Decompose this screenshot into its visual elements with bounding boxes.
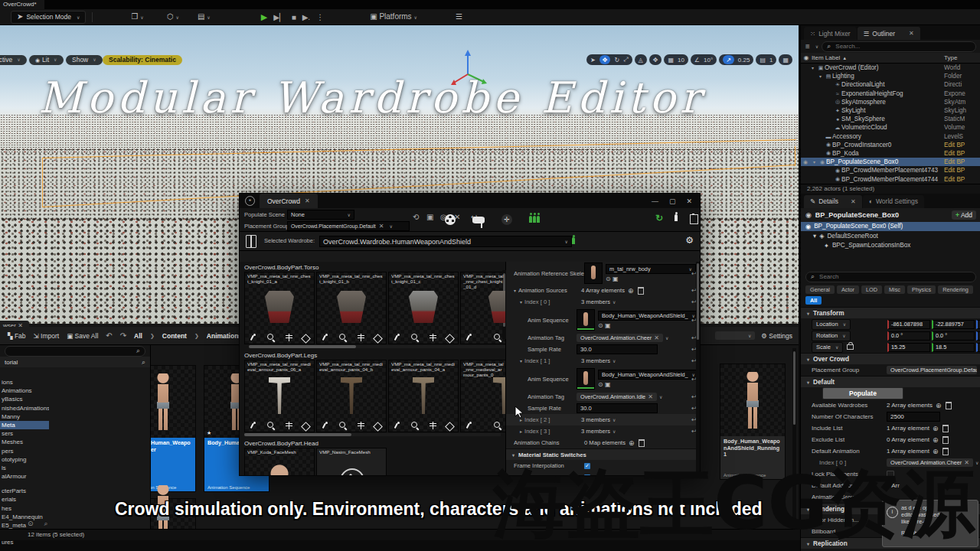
- anim-sequence-dropdown[interactable]: Body_Human_WeaponAndShield_∨: [598, 370, 699, 380]
- refresh-icon[interactable]: ⟲: [413, 213, 419, 221]
- folder-item[interactable]: pers: [0, 447, 49, 455]
- details-search-input[interactable]: [818, 272, 971, 281]
- anim-thumbnail[interactable]: [577, 368, 595, 390]
- platforms-dropdown[interactable]: ▣ Platforms∨: [370, 13, 417, 21]
- filter-icon[interactable]: ≡: [805, 42, 810, 51]
- default-animation-row[interactable]: Default Animation1 Array element⊕: [801, 445, 980, 457]
- wardrobe-card[interactable]: VMP_Nasim_FaceMesh: [316, 448, 387, 475]
- outliner-row[interactable]: ▾▣OverCrowd (Editor)World: [801, 64, 980, 72]
- visibility-column-icon[interactable]: ◉: [801, 54, 812, 61]
- preview-character-icon[interactable]: [572, 237, 576, 246]
- skeleton-icon[interactable]: [285, 422, 292, 429]
- camera-speed-icon[interactable]: ▤: [760, 57, 766, 64]
- chip-lod[interactable]: LOD: [861, 285, 882, 294]
- animation-chains-row[interactable]: Animation Chains0 Map elements⊕: [506, 437, 700, 448]
- outliner-search-input[interactable]: [834, 42, 971, 51]
- wardrobe-card[interactable]: VMP_Koda_FaceMesh: [244, 448, 315, 475]
- grid-snap-value[interactable]: 10: [678, 57, 684, 64]
- animate-icon[interactable]: [250, 422, 257, 429]
- inspect-icon[interactable]: [411, 334, 419, 341]
- level-tab[interactable]: OverCrowd*: [0, 0, 44, 9]
- skeleton-icon[interactable]: [429, 334, 436, 341]
- folder-item[interactable]: Meshes: [0, 438, 49, 446]
- select-tool-icon[interactable]: ➤: [590, 57, 596, 64]
- available-wardrobes-row[interactable]: Available Wardrobes2 Array elements⊕: [801, 399, 980, 411]
- person-icon[interactable]: [675, 214, 678, 223]
- browse-icon[interactable]: ▣: [605, 381, 611, 388]
- scale-snap-icon[interactable]: ↗: [723, 55, 734, 64]
- mask-icon[interactable]: [472, 217, 485, 223]
- inspect-icon[interactable]: [494, 334, 501, 341]
- placement-group-chip[interactable]: OverCrowd.PlacementGroup.Default✕∨: [287, 221, 410, 231]
- folder-item[interactable]: cterParts: [0, 487, 49, 495]
- trash-icon[interactable]: [638, 287, 644, 295]
- location-dropdown[interactable]: Location∨: [812, 319, 851, 330]
- rotation-dropdown[interactable]: Rotation∨: [812, 331, 851, 341]
- rotation-x[interactable]: 0.0 °: [887, 331, 930, 341]
- mesh-icon[interactable]: [373, 422, 383, 432]
- location-x[interactable]: -861.087898: [887, 320, 930, 329]
- skeleton-thumbnail[interactable]: [584, 262, 603, 284]
- settings-small-icon[interactable]: ⊙: [28, 520, 34, 528]
- animate-icon[interactable]: [322, 334, 329, 341]
- wardrobe-card[interactable]: VMP_ma_meta_tal_nrw_medieval_armour_pant…: [460, 360, 505, 432]
- add-element-icon[interactable]: ⊕: [933, 425, 939, 432]
- lit-mode-button[interactable]: ◉Lit∨: [29, 55, 64, 65]
- add-actor-icon[interactable]: ❒∨: [131, 13, 143, 21]
- component-row[interactable]: ▾◈DefaultSceneRoot: [801, 231, 980, 241]
- outliner-row[interactable]: ≈ExponentialHeightFogExpone: [801, 90, 980, 98]
- inspect-icon[interactable]: [339, 422, 347, 429]
- index-1-row[interactable]: ▾Index [ 1 ]3 members∨↩: [506, 355, 700, 367]
- wardrobe-card[interactable]: VMP_ma_meta_tal_nrw_medieval_armour_pant…: [388, 360, 459, 432]
- chip-misc[interactable]: Misc: [884, 285, 905, 294]
- num-characters-input[interactable]: 2500: [887, 412, 940, 422]
- scale-z[interactable]: 1.0: [976, 343, 980, 352]
- trash-icon[interactable]: [942, 436, 949, 444]
- search-icon[interactable]: ⌕: [44, 520, 48, 528]
- chip-general[interactable]: General: [805, 285, 835, 294]
- torso-scrollbar[interactable]: [249, 345, 505, 348]
- add-element-icon[interactable]: ⊕: [629, 439, 635, 447]
- component-row-selected[interactable]: ◉BP_PopulateScene_Box0 (Self): [801, 222, 980, 232]
- wardrobe-card[interactable]: VMP_ma_meta_tal_nrw_chest_knight_01_d: [460, 272, 505, 344]
- clipboard-icon[interactable]: [690, 214, 698, 224]
- scalability-badge[interactable]: Scalability: Cinematic: [103, 55, 182, 65]
- refresh-green-icon[interactable]: ↻: [655, 213, 663, 223]
- selection-mode-dropdown[interactable]: ➤ Selection Mode ∨: [11, 11, 86, 24]
- add-element-icon[interactable]: ⊕: [933, 436, 939, 444]
- trash-icon[interactable]: [639, 439, 645, 447]
- play-options-icon[interactable]: ⋮: [316, 13, 324, 21]
- stop-button[interactable]: ■: [292, 13, 296, 21]
- play-button[interactable]: ▶: [261, 12, 267, 22]
- outliner-row[interactable]: ◉BP_CrowdMemberPlacement4744Edit BP: [801, 174, 980, 183]
- add-element-icon[interactable]: ⊕: [933, 448, 939, 455]
- grid-snap-icon[interactable]: ▦: [668, 57, 674, 64]
- crowd-group-icon[interactable]: [529, 216, 541, 224]
- film-reel-icon[interactable]: [445, 214, 456, 225]
- fab-button[interactable]: ▚ Fab: [8, 332, 26, 340]
- wardrobe-card[interactable]: VMP_ma_meta_tal_nrw_medieval_armour_pant…: [244, 360, 315, 432]
- breadcrumb-all[interactable]: All: [134, 332, 142, 340]
- skeleton-icon[interactable]: [429, 422, 436, 429]
- outliner-row[interactable]: ☀DirectionalLightDirecti: [801, 80, 980, 89]
- wardrobe-card[interactable]: VMP_ma_meta_tal_nrw_chest_knight_01_a: [244, 272, 315, 344]
- populate-scene-dropdown[interactable]: None∨: [287, 210, 354, 220]
- browse-icon[interactable]: ▣: [612, 276, 619, 282]
- chip-rendering[interactable]: Rendering: [938, 285, 973, 294]
- material-switches-header[interactable]: ▾Material Static Switches: [506, 448, 700, 460]
- folder-item[interactable]: nishedAnimations: [0, 404, 49, 412]
- selected-wardrobe-dropdown[interactable]: OverCrowd.Wardrobe.HumanWeaponAndShield∨: [319, 236, 572, 247]
- add-element-icon[interactable]: ⊕: [936, 402, 942, 409]
- type-column[interactable]: Type: [944, 54, 980, 61]
- exclude-list-row[interactable]: Exclude List0 Array element⊕: [801, 434, 980, 445]
- view-filter-dropdown[interactable]: ∨: [715, 331, 755, 340]
- chip-all[interactable]: All: [805, 296, 822, 305]
- sidebar-header-row[interactable]: torial ⌕: [0, 357, 150, 367]
- scale-dropdown[interactable]: Scale∨: [812, 342, 843, 353]
- inspect-icon[interactable]: [267, 334, 275, 341]
- folder-item[interactable]: Manny: [0, 412, 49, 421]
- folder-item[interactable]: erials: [0, 495, 49, 504]
- breadcrumb-content[interactable]: Content: [162, 332, 187, 340]
- skeleton-icon[interactable]: [357, 334, 364, 341]
- tab-light-mixer[interactable]: ⁙Light Mixer: [804, 27, 857, 40]
